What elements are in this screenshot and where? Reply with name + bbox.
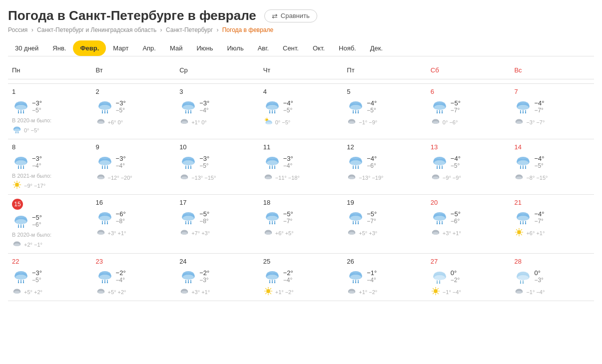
svg-point-148	[185, 168, 186, 169]
day-cell-3[interactable]: 3 −3°−4° +1° 0°	[175, 84, 259, 139]
svg-point-349	[185, 282, 186, 283]
day-cell-2[interactable]: 2 −3°−5° +6° 0°	[92, 84, 176, 139]
day-cell-17[interactable]: 17 −5°−8° +7° +3°	[175, 195, 259, 253]
day-cell-16[interactable]: 16 −6°−8° +3° +1°	[92, 195, 176, 253]
month-tab-сент.[interactable]: Сент.	[276, 40, 306, 56]
day-cell-26[interactable]: 26 −1°−4° +1° −2°	[343, 254, 427, 301]
svg-point-79	[349, 121, 355, 124]
weather-block-14: −4°−5°	[514, 153, 590, 171]
svg-point-97	[518, 105, 529, 110]
month-tab-февр.[interactable]: Февр.	[73, 40, 106, 56]
month-tab-30 дней[interactable]: 30 дней	[8, 40, 45, 56]
prev-year-icon-12	[347, 172, 357, 183]
svg-point-101	[520, 112, 521, 113]
svg-point-284	[434, 216, 445, 221]
month-tab-авг.[interactable]: Авг.	[251, 40, 276, 56]
svg-line-61	[265, 118, 266, 119]
svg-point-247	[188, 223, 189, 224]
month-tab-янв.[interactable]: Янв.	[45, 40, 73, 56]
weather-block-21: −4°−7°	[514, 208, 590, 226]
svg-point-275	[355, 223, 356, 224]
prev-year-temps-21: +6° +1°	[526, 230, 545, 236]
weather-icon-17	[179, 208, 197, 226]
svg-point-23	[99, 105, 110, 110]
day-cell-20[interactable]: 20 −5°−6° +3° +1°	[427, 195, 511, 253]
month-tab-дек.[interactable]: Дек.	[363, 40, 390, 56]
day-cell-6[interactable]: 6 −5°−7° 0° −6°	[427, 84, 511, 139]
day-cell-14[interactable]: 14 −4°−5° −8° −15°	[510, 139, 594, 194]
weather-icon-22	[12, 267, 30, 285]
svg-point-206	[525, 168, 526, 169]
day-cell-21[interactable]: 21 −4°−7° +6° +1°	[510, 195, 594, 253]
svg-point-302	[520, 223, 521, 224]
day-cell-28[interactable]: 28 0°−3° −1° −4°	[510, 254, 594, 301]
day-cell-24[interactable]: 24 −2°−3° +3° +1°	[175, 254, 259, 301]
month-tab-май[interactable]: Май	[163, 40, 189, 56]
temp-high-2: −3°	[116, 99, 126, 107]
day-number-28: 28	[514, 258, 590, 265]
svg-point-355	[181, 291, 187, 294]
temp-high-24: −2°	[199, 269, 209, 277]
day-header-вт: Вт	[92, 64, 176, 76]
day-cell-25[interactable]: 25 −2°−4° +1° −2°	[259, 254, 343, 301]
day-cell-10[interactable]: 10 −3°−5° −13° −15°	[175, 139, 259, 194]
day-cell-19[interactable]: 19 −5°−7° +5° +3°	[343, 195, 427, 253]
svg-point-246	[185, 223, 186, 224]
svg-point-220	[23, 227, 24, 228]
svg-line-371	[265, 288, 266, 289]
day-cell-22[interactable]: 22 −3°−5° +5° +2°	[8, 254, 92, 301]
weather-icon-24	[179, 267, 197, 285]
day-cell-27[interactable]: 27 0°−2° −1° −4°	[427, 254, 511, 301]
temp-high-26: −1°	[367, 269, 377, 277]
svg-point-111	[15, 160, 26, 165]
day-cell-8[interactable]: 8 −3°−4°В 2021-м было: −9° −17°	[8, 139, 92, 194]
svg-point-65	[266, 122, 271, 124]
month-tab-июль[interactable]: Июль	[220, 40, 250, 56]
svg-point-248	[190, 223, 191, 224]
svg-point-409	[518, 275, 529, 280]
weather-block-1: −3°−5°	[12, 97, 88, 115]
svg-point-130	[99, 160, 110, 165]
day-cell-18[interactable]: 18 −5°−7° +6° +5°	[259, 195, 343, 253]
weather-icon-25	[263, 267, 281, 285]
temp-low-21: −7°	[534, 218, 544, 225]
svg-point-41	[185, 112, 186, 113]
day-cell-13[interactable]: 13 −4°−5° −9° −9°	[427, 139, 511, 194]
day-number-11: 11	[263, 143, 339, 151]
day-number-4: 4	[263, 88, 339, 95]
prev-year-temps-2: +6° 0°	[108, 119, 123, 125]
day-cell-9[interactable]: 9 −3°−4° −12° −20°	[92, 139, 176, 194]
day-cell-7[interactable]: 7 −4°−7° −3° −7°	[510, 84, 594, 139]
day-number-13: 13	[431, 143, 507, 151]
prev-year-temps-19: +5° +3°	[359, 230, 377, 236]
temp-low-18: −7°	[283, 218, 293, 225]
day-cell-4[interactable]: 4 −4°−5° 0° −5°	[259, 84, 343, 139]
svg-point-233	[104, 223, 105, 224]
day-cell-23[interactable]: 23 −2°−4° +5° +2°	[92, 254, 176, 301]
month-tab-апр.[interactable]: Апр.	[135, 40, 163, 56]
temp-low-12: −6°	[367, 162, 377, 169]
month-tab-июнь[interactable]: Июнь	[189, 40, 220, 56]
compare-button[interactable]: ⇄ Сравнить	[264, 9, 317, 22]
temp-high-27: 0°	[451, 269, 460, 277]
day-cell-12[interactable]: 12 −4°−6° −13° −19°	[343, 139, 427, 194]
day-cell-1[interactable]: 1 −3°−5°В 2020-м было: 0° −5°	[8, 84, 92, 139]
month-tab-нояб.[interactable]: Нояб.	[332, 40, 363, 56]
svg-point-27	[101, 112, 102, 113]
day-cell-5[interactable]: 5 −4°−5° −1° −9°	[343, 84, 427, 139]
weather-block-27: 0°−2°	[431, 267, 507, 285]
weather-block-6: −5°−7°	[431, 97, 507, 115]
day-cell-11[interactable]: 11 −3°−4° −11° −18°	[259, 139, 343, 194]
svg-point-331	[99, 275, 110, 280]
svg-point-224	[14, 243, 20, 246]
temp-high-21: −4°	[534, 210, 544, 218]
prev-year-temps-4: 0° −5°	[275, 119, 291, 125]
month-tab-окт.[interactable]: Окт.	[306, 40, 332, 56]
temp-high-3: −3°	[199, 99, 209, 107]
prev-year-icon-23	[96, 286, 106, 298]
svg-point-234	[106, 223, 107, 224]
day-cell-15[interactable]: 15 −5°−6°В 2020-м было: +2° −1°	[8, 195, 92, 253]
month-tab-март[interactable]: Март	[106, 40, 135, 56]
temp-low-7: −7°	[534, 107, 544, 114]
prev-year-icon-14	[514, 172, 524, 183]
